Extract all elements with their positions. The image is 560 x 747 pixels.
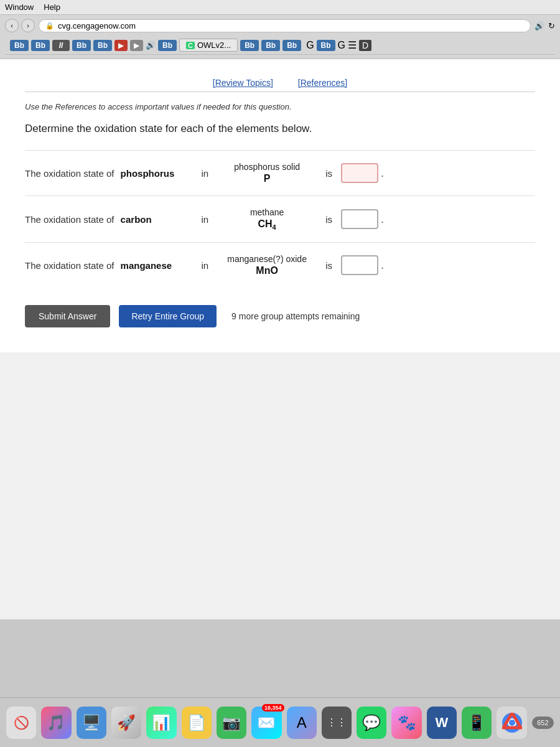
main-content: [Review Topics] [References] Use the Ref…: [0, 59, 560, 619]
question-row-2: The oxidation state of carbon in methane…: [25, 195, 535, 242]
browser-top: ‹ › 🔒 cvg.cengagenow.com 🔊 ↻: [5, 19, 555, 32]
dock-finder[interactable]: 🖥️: [77, 707, 106, 739]
dock-notification: 🚫: [6, 707, 36, 739]
dock-whatsapp[interactable]: 💬: [357, 707, 386, 739]
q-is-2: is: [325, 214, 332, 225]
answer-input-1[interactable]: [341, 163, 378, 183]
forward-button[interactable]: ›: [21, 19, 35, 32]
dock-appstore[interactable]: A: [287, 707, 317, 739]
answer-input-3[interactable]: [341, 255, 378, 275]
q-prefix-2: The oxidation state of: [25, 214, 114, 225]
dot-3: .: [381, 259, 384, 272]
dock-charts[interactable]: 📊: [146, 707, 176, 739]
question-row-1: The oxidation state of phosphorus in pho…: [25, 150, 535, 195]
mail-badge: 16,354: [262, 704, 284, 712]
q-element-2: carbon: [118, 214, 192, 225]
q-in-3: in: [201, 260, 208, 271]
retry-button[interactable]: Retry Entire Group: [119, 305, 217, 327]
q-in-2: in: [201, 214, 208, 225]
compound-formula-3: MnO: [217, 265, 317, 276]
owlv2-label: OWLv2...: [197, 40, 231, 50]
q-element-1: phosphorus: [118, 168, 192, 179]
volume-icon: 🔊: [534, 21, 544, 31]
q-is-3: is: [325, 260, 332, 271]
bb-btn-6[interactable]: Bb: [240, 40, 259, 51]
bb-btn-7[interactable]: Bb: [261, 40, 280, 51]
dot-2: .: [381, 213, 384, 226]
browser-nav: ‹ ›: [5, 19, 35, 32]
address-bar[interactable]: 🔒 cvg.cengagenow.com: [39, 19, 531, 32]
compound-formula-1: P: [217, 173, 317, 184]
q-prefix-3: The oxidation state of: [25, 260, 114, 271]
tab-review-topics[interactable]: [Review Topics]: [213, 78, 273, 88]
dock-notes[interactable]: 📄: [182, 707, 212, 739]
address-text: cvg.cengagenow.com: [58, 21, 136, 31]
lock-icon: 🔒: [45, 22, 54, 30]
dot-1: .: [381, 167, 384, 180]
compound-name-1: phosphorus solid: [217, 162, 317, 172]
dock-bar: 🚫 🎵 🖥️ 🚀 📊 📄 📷 ✉️ 16,354 A ⋮⋮ 💬 🐾 W 📱 65…: [0, 697, 560, 747]
q-element-3: manganese: [118, 260, 192, 271]
bb-btn-5[interactable]: Bb: [158, 40, 177, 51]
play-button[interactable]: ▶: [114, 40, 128, 51]
compound-name-2: methane: [217, 207, 317, 217]
menu-bar: Window Help: [0, 0, 560, 15]
back-button[interactable]: ‹: [5, 19, 19, 32]
submit-button[interactable]: Submit Answer: [25, 305, 110, 327]
bb-btn-8[interactable]: Bb: [282, 40, 301, 51]
dock-mail[interactable]: ✉️ 16,354: [251, 707, 281, 739]
menu-help[interactable]: Help: [44, 2, 60, 12]
q-compound-3: manganese(?) oxide MnO: [217, 254, 317, 276]
dock-chrome[interactable]: [497, 707, 526, 739]
q-prefix-1: The oxidation state of: [25, 168, 114, 179]
owlv2-tab[interactable]: C OWLv2...: [179, 39, 238, 52]
tab-references[interactable]: [References]: [298, 78, 347, 88]
attempts-text: 9 more group attempts remaining: [231, 311, 360, 321]
dock-facetime[interactable]: 📱: [462, 707, 492, 739]
window-icon[interactable]: D: [359, 40, 371, 51]
dock-launchpad[interactable]: 🚀: [111, 707, 141, 739]
dock-word[interactable]: W: [427, 707, 457, 739]
svg-point-2: [509, 720, 515, 726]
browser-right-icons: 🔊 ↻: [534, 21, 555, 31]
button-row: Submit Answer Retry Entire Group 9 more …: [25, 305, 535, 327]
play-btn-2[interactable]: ▶: [130, 40, 143, 51]
q-in-1: in: [201, 168, 208, 179]
question-title: Determine the oxidation state for each o…: [25, 123, 535, 135]
bb-btn-4[interactable]: Bb: [93, 40, 112, 51]
menu-window[interactable]: Window: [5, 2, 34, 12]
c-badge: C: [186, 42, 195, 49]
dock-photos[interactable]: 🐾: [391, 707, 421, 739]
question-area: [Review Topics] [References] Use the Ref…: [0, 59, 560, 352]
tab-row: [Review Topics] [References]: [25, 72, 535, 92]
compound-name-3: manganese(?) oxide: [217, 254, 317, 264]
references-note: Use the References to access important v…: [25, 102, 535, 111]
volume-icon-toolbar: 🔊: [146, 40, 156, 50]
google-icon-2: G: [338, 40, 345, 51]
q-compound-1: phosphorus solid P: [217, 162, 317, 184]
answer-input-2[interactable]: [341, 209, 378, 229]
menu-icon[interactable]: ☰: [348, 39, 357, 51]
dock-dots[interactable]: ⋮⋮: [322, 707, 352, 739]
bb-btn-9[interactable]: Bb: [317, 40, 335, 51]
google-icon: G: [306, 40, 314, 51]
q-is-1: is: [325, 168, 332, 179]
bb-btn-1[interactable]: Bb: [10, 40, 29, 51]
bb-btn-italic[interactable]: Il: [52, 40, 70, 51]
refresh-icon[interactable]: ↻: [548, 21, 555, 31]
dock-camera[interactable]: 📷: [217, 707, 246, 739]
dock-right-badge: 652: [532, 716, 554, 729]
bb-btn-2[interactable]: Bb: [31, 40, 50, 51]
compound-formula-2: CH4: [217, 218, 317, 231]
browser-chrome: ‹ › 🔒 cvg.cengagenow.com 🔊 ↻ Bb Bb Il Bb…: [0, 15, 560, 59]
dock-music[interactable]: 🎵: [41, 707, 71, 739]
q-compound-2: methane CH4: [217, 207, 317, 231]
question-row-3: The oxidation state of manganese in mang…: [25, 242, 535, 288]
bb-btn-3[interactable]: Bb: [72, 40, 91, 51]
toolbar-row: Bb Bb Il Bb Bb ▶ ▶ 🔊 Bb C OWLv2... Bb Bb…: [5, 36, 555, 55]
